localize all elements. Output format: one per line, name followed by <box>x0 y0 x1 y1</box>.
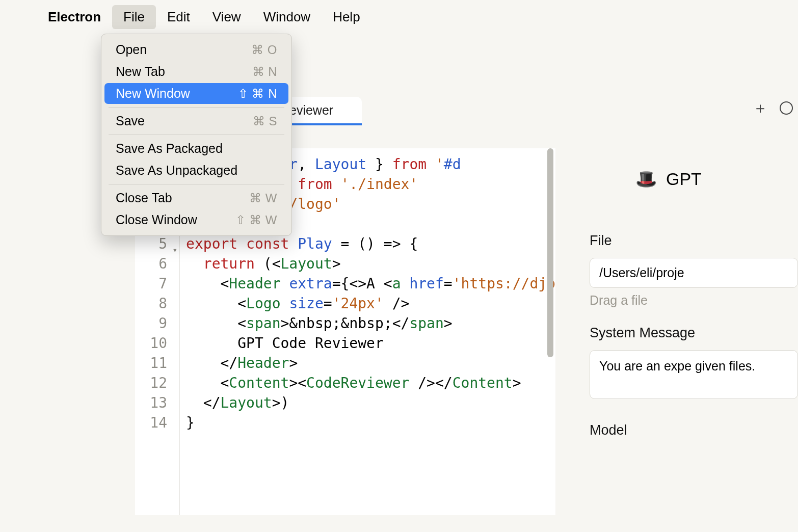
menu-item-label: Open <box>116 42 147 57</box>
menubar-view[interactable]: View <box>201 5 252 29</box>
menu-item-label: Save As Packaged <box>116 141 223 156</box>
line-number: 11 <box>135 353 179 373</box>
side-panel: 🎩 GPT File /Users/eli/proje Drag a file … <box>558 148 798 532</box>
line-number: 8 <box>135 294 179 313</box>
tab-title: eviewer <box>289 103 333 118</box>
menu-item-label: Close Window <box>116 212 197 227</box>
file-drop-hint: Drag a file <box>590 293 798 308</box>
line-number: 12 <box>135 373 179 393</box>
menubar-window[interactable]: Window <box>252 5 322 29</box>
file-menu-save[interactable]: Save⌘ S <box>104 111 288 131</box>
code-line[interactable]: </Layout>) <box>186 393 555 413</box>
code-line[interactable]: export const Play = () => { <box>186 234 555 254</box>
menubar-file[interactable]: File <box>112 5 156 29</box>
file-menu-new-tab[interactable]: New Tab⌘ N <box>104 61 288 82</box>
code-line[interactable]: <Header extra={<>A <a href='https://djo <box>186 274 555 294</box>
line-number: 5▾ <box>135 234 179 254</box>
menu-separator <box>109 135 284 135</box>
menu-separator <box>109 107 284 108</box>
menu-item-shortcut: ⌘ O <box>251 43 277 57</box>
code-line[interactable]: } <box>186 413 555 433</box>
file-menu-close-tab[interactable]: Close Tab⌘ W <box>104 188 288 208</box>
menu-item-shortcut: ⌘ S <box>253 114 277 128</box>
system-message-input[interactable]: You are an expe given files. <box>590 350 798 399</box>
line-number: 14 <box>135 413 179 433</box>
more-icon[interactable] <box>780 101 793 115</box>
code-line[interactable]: GPT Code Reviewer <box>186 333 555 353</box>
menu-item-label: New Window <box>116 86 190 101</box>
system-message-label: System Message <box>590 325 798 341</box>
line-number: 6 <box>135 254 179 274</box>
code-line[interactable]: </Header> <box>186 353 555 373</box>
file-menu-dropdown: Open⌘ ONew Tab⌘ NNew Window⇧ ⌘ NSave⌘ SS… <box>101 34 292 236</box>
menu-item-label: Save <box>116 114 145 128</box>
menu-item-shortcut: ⇧ ⌘ N <box>238 87 277 101</box>
file-menu-save-as-unpackaged[interactable]: Save As Unpackaged <box>104 160 288 181</box>
file-field-label: File <box>590 233 798 249</box>
code-line[interactable]: return (<Layout> <box>186 254 555 274</box>
code-line[interactable]: <Logo size='24px' /> <box>186 294 555 313</box>
menubar-edit[interactable]: Edit <box>156 5 201 29</box>
menu-item-label: Close Tab <box>116 191 172 205</box>
menubar-help[interactable]: Help <box>322 5 371 29</box>
menu-item-label: New Tab <box>116 64 165 79</box>
top-hat-icon: 🎩 <box>635 169 657 189</box>
menu-separator <box>109 184 284 184</box>
editor-scrollbar[interactable] <box>547 148 553 357</box>
file-menu-close-window[interactable]: Close Window⇧ ⌘ W <box>104 209 288 230</box>
menu-item-shortcut: ⇧ ⌘ W <box>235 213 278 227</box>
line-number: 10 <box>135 333 179 353</box>
file-menu-open[interactable]: Open⌘ O <box>104 39 288 60</box>
menu-item-label: Save As Unpackaged <box>116 163 237 178</box>
code-line[interactable]: <span>&nbsp;&nbsp;</span> <box>186 313 555 333</box>
macos-menubar: Electron File Edit View Window Help <box>0 0 798 34</box>
line-number: 9 <box>135 313 179 333</box>
model-field-label: Model <box>590 422 798 438</box>
file-menu-new-window[interactable]: New Window⇧ ⌘ N <box>104 83 288 104</box>
side-title-text: GPT <box>666 169 702 189</box>
code-line[interactable]: <Content><CodeReviewer /></Content> <box>186 373 555 393</box>
line-number: 13 <box>135 393 179 413</box>
file-path-input[interactable]: /Users/eli/proje <box>590 258 798 288</box>
file-menu-save-as-packaged[interactable]: Save As Packaged <box>104 138 288 159</box>
menu-item-shortcut: ⌘ W <box>249 191 277 205</box>
menu-item-shortcut: ⌘ N <box>252 65 278 79</box>
side-panel-title: 🎩 GPT <box>635 169 798 189</box>
plus-icon[interactable]: ＋ <box>750 98 770 118</box>
menubar-app-name[interactable]: Electron <box>44 5 112 29</box>
line-number: 7 <box>135 274 179 294</box>
